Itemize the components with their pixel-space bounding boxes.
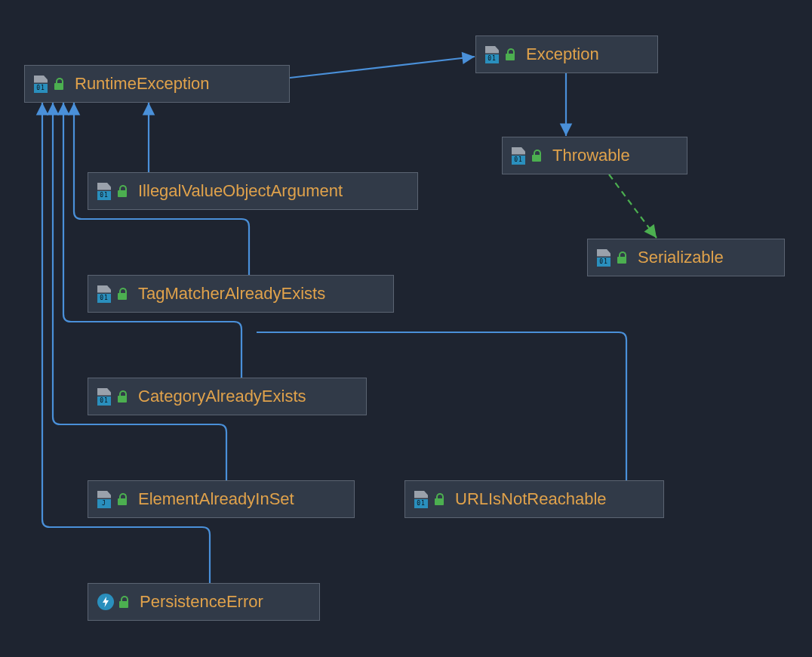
node-runtimeexception[interactable]: 01 RuntimeException xyxy=(24,65,290,103)
node-urlisnotreachable[interactable]: 01 URLIsNotReachable xyxy=(404,480,664,518)
class-file-icon: 01 xyxy=(512,147,527,165)
bolt-circle-icon xyxy=(97,594,114,610)
node-label: Throwable xyxy=(552,146,630,165)
class-file-icon: 01 xyxy=(414,491,429,508)
lock-icon xyxy=(531,150,542,162)
lock-icon xyxy=(505,48,515,60)
edge-runtimeexception-exception xyxy=(290,57,475,78)
edge-categoryalreadyexists-runtimeexception xyxy=(63,103,241,378)
node-elementalreadyinset[interactable]: J ElementAlreadyInSet xyxy=(88,480,355,518)
lock-icon xyxy=(118,596,129,608)
node-label: ElementAlreadyInSet xyxy=(138,489,294,509)
node-categoryalreadyexists[interactable]: 01 CategoryAlreadyExists xyxy=(88,378,367,415)
node-tagmatcheralreadyexists[interactable]: 01 TagMatcherAlreadyExists xyxy=(88,275,394,313)
class-file-icon: 01 xyxy=(34,76,49,93)
lock-icon xyxy=(117,288,128,300)
edge-throwable-serializable xyxy=(609,174,657,238)
class-file-icon: 01 xyxy=(485,46,500,63)
node-label: PersistenceError xyxy=(140,592,263,612)
node-exception[interactable]: 01 Exception xyxy=(475,35,658,73)
node-label: CategoryAlreadyExists xyxy=(138,387,306,406)
lock-icon xyxy=(117,493,128,505)
node-label: Exception xyxy=(526,45,599,64)
diagram-canvas: 01 RuntimeException 01 Exception 01 Thro… xyxy=(0,0,812,657)
node-illegalvalueobjectargument[interactable]: 01 IllegalValueObjectArgument xyxy=(88,172,418,210)
node-label: RuntimeException xyxy=(75,74,210,94)
node-label: URLIsNotReachable xyxy=(455,489,607,509)
node-serializable[interactable]: 01 Serializable xyxy=(587,239,785,276)
class-file-icon: 01 xyxy=(97,388,112,406)
lock-icon xyxy=(117,390,128,403)
lock-icon xyxy=(117,185,128,197)
lock-icon xyxy=(434,493,444,505)
node-label: TagMatcherAlreadyExists xyxy=(138,284,325,304)
lock-icon xyxy=(54,78,64,90)
node-label: Serializable xyxy=(638,248,724,267)
lock-icon xyxy=(617,251,627,264)
class-file-icon: J xyxy=(97,491,112,508)
node-persistenceerror[interactable]: PersistenceError xyxy=(88,583,320,621)
class-file-icon: 01 xyxy=(97,285,112,303)
node-throwable[interactable]: 01 Throwable xyxy=(502,137,687,174)
class-file-icon: 01 xyxy=(597,249,612,267)
node-label: IllegalValueObjectArgument xyxy=(138,181,343,201)
class-file-icon: 01 xyxy=(97,183,112,200)
